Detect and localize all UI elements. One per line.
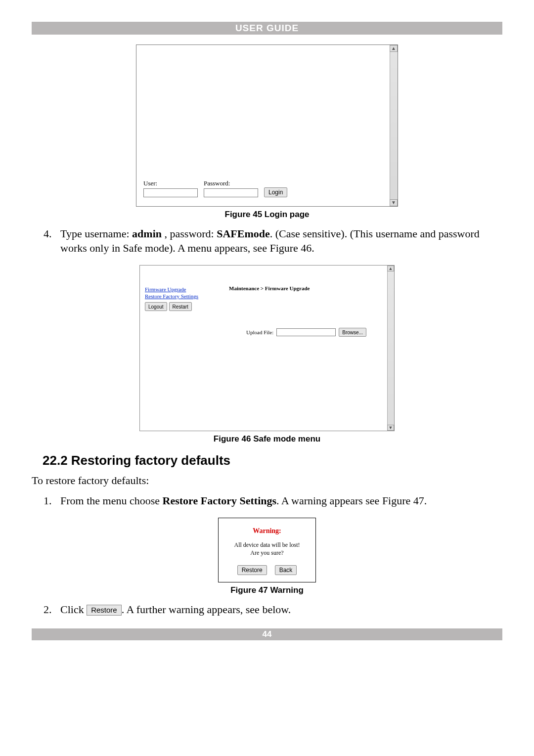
login-form: User: Password: Login <box>143 179 287 197</box>
step-1-number: 1. <box>44 493 55 508</box>
step-1: 1. From the menu choose Restore Factory … <box>32 493 502 508</box>
figure-46-caption: Figure 46 Safe mode menu <box>32 434 502 444</box>
inline-restore-button-icon: Restore <box>87 605 122 616</box>
sidebar: Firmware Upgrade Restore Factory Setting… <box>145 286 209 311</box>
link-restore-factory-settings[interactable]: Restore Factory Settings <box>145 293 209 299</box>
password-field-group: Password: <box>204 179 258 197</box>
figure-47-caption: Figure 47 Warning <box>32 585 502 595</box>
scroll-up-button[interactable]: ▲ <box>387 266 394 271</box>
safe-mode-menu-screenshot: ▲ ▼ Firmware Upgrade Restore Factory Set… <box>139 265 395 431</box>
warning-message: All device data will be lost! Are you su… <box>224 541 310 557</box>
scrollbar-track[interactable] <box>390 45 398 206</box>
login-button[interactable]: Login <box>264 187 287 197</box>
figure-47: Warning: All device data will be lost! A… <box>32 518 502 595</box>
restore-factory-settings-label: Restore Factory Settings <box>163 494 277 507</box>
step-2-text: Click Restore. A further warning appears… <box>60 602 291 617</box>
step-1-text: From the menu choose Restore Factory Set… <box>60 493 427 508</box>
restore-button[interactable]: Restore <box>237 565 267 575</box>
warning-button-row: Restore Back <box>224 565 310 575</box>
warning-dialog: Warning: All device data will be lost! A… <box>218 518 316 582</box>
step-4-number: 4. <box>44 226 55 255</box>
link-firmware-upgrade[interactable]: Firmware Upgrade <box>145 286 209 292</box>
scroll-down-button[interactable]: ▼ <box>390 199 398 206</box>
logout-button[interactable]: Logout <box>145 302 167 311</box>
scroll-up-button[interactable]: ▲ <box>390 45 398 52</box>
header-title: USER GUIDE <box>235 23 299 33</box>
breadcrumb: Maintenance > Firmware Upgrade <box>229 285 310 291</box>
restore-intro-text: To restore factory defaults: <box>32 473 502 488</box>
browse-button[interactable]: Browse... <box>339 328 366 337</box>
step-2: 2. Click Restore. A further warning appe… <box>32 602 502 617</box>
page: USER GUIDE ▲ ▼ User: Password: Login <box>0 0 534 655</box>
upload-file-input[interactable] <box>276 328 336 336</box>
user-field-group: User: <box>143 179 198 197</box>
figure-45: ▲ ▼ User: Password: Login Figure 45 Logi… <box>32 44 502 220</box>
footer-bar: 44 <box>32 628 502 640</box>
scroll-down-button[interactable]: ▼ <box>387 425 394 431</box>
password-label: Password: <box>204 179 258 187</box>
step-2-number: 2. <box>44 602 55 617</box>
username-value: admin <box>132 227 162 240</box>
upload-file-row: Upload File: Browse... <box>246 328 366 337</box>
step-4-text: Type username: admin , password: SAFEmod… <box>60 226 502 255</box>
warning-title: Warning: <box>224 527 310 535</box>
upload-file-label: Upload File: <box>246 329 273 335</box>
restart-button[interactable]: Restart <box>169 302 192 311</box>
user-label: User: <box>143 179 198 187</box>
figure-45-caption: Figure 45 Login page <box>32 210 502 220</box>
scrollbar-track[interactable] <box>387 266 394 431</box>
page-number: 44 <box>263 629 272 639</box>
figure-46: ▲ ▼ Firmware Upgrade Restore Factory Set… <box>32 265 502 444</box>
password-input[interactable] <box>204 188 258 197</box>
password-value: SAFEmode <box>217 227 270 240</box>
back-button[interactable]: Back <box>275 565 297 575</box>
user-input[interactable] <box>143 188 198 197</box>
step-4: 4. Type username: admin , password: SAFE… <box>32 226 502 255</box>
login-page-screenshot: ▲ ▼ User: Password: Login <box>136 44 398 207</box>
section-22-2-heading: 22.2 Restoring factory defaults <box>43 453 502 468</box>
header-bar: USER GUIDE <box>32 22 502 35</box>
